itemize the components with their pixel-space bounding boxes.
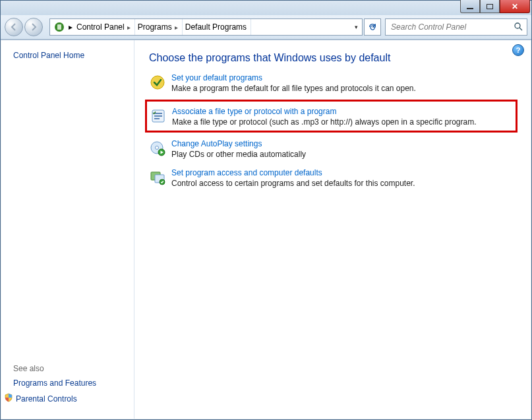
associate-file-icon bbox=[150, 107, 167, 125]
breadcrumb-label: Programs bbox=[138, 22, 172, 32]
task-associate-file-type: Associate a file type or protocol with a… bbox=[150, 107, 513, 127]
search-input[interactable] bbox=[390, 22, 523, 32]
shield-icon bbox=[4, 393, 13, 404]
task-change-autoplay: Change AutoPlay settings Play CDs or oth… bbox=[149, 139, 515, 159]
back-button[interactable] bbox=[5, 18, 23, 36]
svg-line-3 bbox=[519, 28, 522, 30]
svg-point-4 bbox=[151, 76, 164, 89]
see-also-parental-controls[interactable]: Parental Controls bbox=[13, 393, 126, 404]
see-also-label: Parental Controls bbox=[16, 394, 77, 404]
close-button[interactable]: ✕ bbox=[500, 0, 530, 13]
breadcrumb-label: Control Panel bbox=[76, 22, 125, 32]
search-box[interactable] bbox=[385, 18, 527, 36]
see-also-label: Programs and Features bbox=[13, 378, 96, 388]
svg-point-2 bbox=[515, 23, 520, 28]
page-title: Choose the programs that Windows uses by… bbox=[149, 52, 515, 64]
task-program-access-defaults: Set program access and computer defaults… bbox=[149, 168, 515, 188]
breadcrumb-dropdown-button[interactable]: ▾ bbox=[350, 18, 363, 36]
highlighted-option: Associate a file type or protocol with a… bbox=[145, 100, 517, 133]
sidebar: Control Panel Home See also Programs and… bbox=[1, 40, 134, 419]
control-panel-window: ✕ ▸ Control Panel ▸ Programs ▸ Default P… bbox=[0, 0, 532, 420]
search-icon bbox=[514, 22, 523, 33]
program-access-icon bbox=[149, 169, 166, 186]
arrow-right-icon bbox=[30, 23, 38, 31]
task-link[interactable]: Set program access and computer defaults bbox=[171, 168, 415, 177]
breadcrumb-label: Default Programs bbox=[185, 22, 247, 32]
breadcrumb-segment-control-panel[interactable]: Control Panel ▸ bbox=[74, 19, 135, 35]
svg-rect-1 bbox=[57, 24, 61, 30]
task-description: Make a file type or protocol (such as .m… bbox=[172, 117, 477, 127]
see-also-heading: See also bbox=[13, 364, 126, 373]
default-programs-icon bbox=[149, 74, 166, 91]
breadcrumb[interactable]: ▸ Control Panel ▸ Programs ▸ Default Pro… bbox=[49, 18, 350, 36]
forward-button[interactable] bbox=[24, 18, 43, 36]
task-link[interactable]: Associate a file type or protocol with a… bbox=[172, 107, 477, 116]
client-area: Control Panel Home See also Programs and… bbox=[1, 40, 531, 419]
refresh-button[interactable] bbox=[364, 18, 381, 36]
breadcrumb-segment-default-programs[interactable]: Default Programs bbox=[183, 19, 251, 35]
help-icon[interactable]: ? bbox=[512, 44, 524, 56]
task-description: Control access to certain programs and s… bbox=[171, 179, 415, 188]
see-also-programs-features[interactable]: Programs and Features bbox=[13, 378, 126, 388]
task-link[interactable]: Set your default programs bbox=[171, 73, 416, 82]
svg-point-10 bbox=[156, 146, 159, 150]
task-description: Make a program the default for all file … bbox=[171, 84, 416, 93]
control-panel-home-link[interactable]: Control Panel Home bbox=[13, 51, 126, 60]
breadcrumb-segment-programs[interactable]: Programs ▸ bbox=[135, 19, 183, 35]
autoplay-icon bbox=[149, 140, 166, 157]
task-set-default-programs: Set your default programs Make a program… bbox=[149, 73, 515, 93]
task-link[interactable]: Change AutoPlay settings bbox=[171, 139, 306, 148]
arrow-left-icon bbox=[10, 23, 18, 31]
main-content: ? Choose the programs that Windows uses … bbox=[134, 40, 531, 419]
task-description: Play CDs or other media automatically bbox=[171, 150, 306, 159]
title-bar: ✕ bbox=[1, 1, 531, 15]
minimize-button[interactable] bbox=[460, 0, 480, 13]
control-panel-icon bbox=[53, 20, 66, 34]
refresh-icon bbox=[368, 22, 377, 32]
navigation-bar: ▸ Control Panel ▸ Programs ▸ Default Pro… bbox=[1, 15, 531, 40]
maximize-button[interactable] bbox=[480, 0, 500, 13]
